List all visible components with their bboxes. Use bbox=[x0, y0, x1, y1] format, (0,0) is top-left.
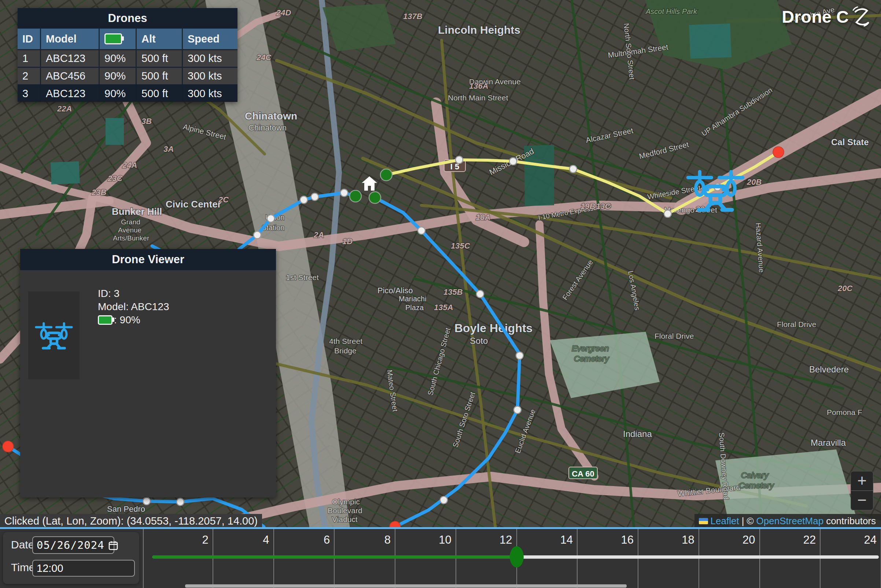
launch-marker[interactable] bbox=[350, 190, 361, 202]
map-label: San Pedro bbox=[107, 504, 145, 514]
waypoint-dot[interactable] bbox=[440, 496, 448, 504]
openstreetmap-link[interactable]: OpenStreetMap bbox=[757, 514, 824, 528]
datetime-panel: Date Time bbox=[3, 532, 139, 584]
time-input[interactable] bbox=[32, 560, 135, 577]
map-label: 19B bbox=[580, 202, 595, 211]
drones-panel-title: Drones bbox=[18, 8, 237, 28]
waypoint-dot[interactable] bbox=[253, 231, 261, 238]
waypoint-dot[interactable] bbox=[514, 406, 521, 414]
map-label: Ascot Hills Park bbox=[645, 8, 697, 15]
map-label: Viaduct bbox=[332, 515, 358, 524]
table-cell: 3 bbox=[18, 86, 40, 102]
table-row[interactable]: 3ABC12390%500 ft300 kts bbox=[18, 84, 237, 102]
map-label: 13C bbox=[596, 202, 611, 211]
hour-label: 8 bbox=[384, 533, 391, 547]
map-label: 135B bbox=[443, 287, 463, 297]
waypoint-dot[interactable] bbox=[476, 290, 484, 298]
zoom-in-button[interactable]: + bbox=[851, 471, 873, 491]
waypoint-dot[interactable] bbox=[340, 189, 348, 196]
map-label: 1st Street bbox=[286, 273, 319, 282]
table-cell: ABC123 bbox=[40, 50, 99, 67]
waypoint-dot[interactable] bbox=[455, 156, 463, 164]
date-input[interactable] bbox=[32, 536, 114, 554]
waypoint-dot[interactable] bbox=[300, 196, 307, 204]
table-row[interactable]: 1ABC12390%500 ft300 kts bbox=[18, 49, 237, 67]
drone-id-line: ID: 3 bbox=[98, 287, 169, 300]
ukraine-flag-icon bbox=[699, 518, 708, 524]
table-cell: 300 kts bbox=[182, 68, 237, 84]
app-logo-text: Drone C bbox=[782, 7, 849, 27]
map-label: 23B bbox=[91, 188, 106, 197]
map-label: Boulevard bbox=[328, 506, 363, 514]
table-cell: 90% bbox=[99, 50, 136, 67]
waypoint-dot[interactable] bbox=[267, 215, 274, 222]
table-cell: 300 kts bbox=[182, 50, 237, 67]
map-label: Grand bbox=[121, 218, 140, 226]
alert-marker[interactable] bbox=[773, 147, 784, 158]
map-label: Chinatown bbox=[245, 110, 297, 122]
map-label: Indiana bbox=[623, 429, 652, 439]
launch-marker[interactable] bbox=[369, 192, 381, 204]
alert-marker[interactable] bbox=[3, 441, 13, 452]
map-label: 23C bbox=[107, 174, 123, 183]
table-cell: ABC456 bbox=[40, 68, 99, 84]
map-label: Boyle Heights bbox=[454, 321, 532, 335]
hour-label: 2 bbox=[202, 533, 208, 547]
horizontal-scrollbar[interactable] bbox=[185, 584, 627, 588]
map-label: Cal State bbox=[831, 137, 869, 147]
map-label: Pico/Aliso bbox=[378, 286, 413, 295]
map-label: Chinatown bbox=[249, 123, 286, 132]
drone-battery-value: : 90% bbox=[114, 314, 140, 327]
map-label: Plaza bbox=[405, 303, 424, 312]
map-zoom-controls: + − bbox=[851, 471, 873, 510]
launch-marker[interactable] bbox=[381, 169, 392, 181]
col-id: ID bbox=[18, 28, 40, 49]
drones-panel: Drones ID Model Alt Speed 1ABC12390%500 … bbox=[18, 8, 237, 102]
map-label: 4th Street bbox=[329, 337, 363, 345]
svg-text:CA 60: CA 60 bbox=[572, 469, 595, 478]
waypoint-dot[interactable] bbox=[664, 210, 671, 218]
map-label: 22A bbox=[57, 104, 72, 113]
map-label: Evergreen bbox=[572, 344, 609, 353]
map-label: Maravilla bbox=[811, 438, 846, 448]
drone-info: ID: 3 Model: ABC123 : 90% bbox=[98, 287, 169, 327]
drone-battery-line: : 90% bbox=[98, 314, 169, 327]
map-label: Bunker Hill bbox=[112, 206, 162, 217]
timeline-slider-handle[interactable] bbox=[510, 546, 524, 567]
col-model: Model bbox=[40, 28, 99, 49]
table-cell: 90% bbox=[99, 86, 136, 102]
drone-viewer-panel: Drone Viewer ID: 3 Model: ABC123 : 90% {… bbox=[20, 249, 276, 498]
waypoint-dot[interactable] bbox=[569, 165, 577, 172]
table-row[interactable]: 2ABC45690%500 ft300 kts bbox=[18, 67, 237, 84]
waypoint-dot[interactable] bbox=[418, 227, 425, 234]
map-label: Avenue bbox=[118, 226, 141, 234]
hour-label: 4 bbox=[263, 533, 269, 547]
hour-label: 18 bbox=[682, 533, 694, 547]
table-cell: 2 bbox=[18, 68, 40, 84]
timeline-track-elapsed[interactable] bbox=[152, 555, 517, 559]
hour-label: 14 bbox=[560, 533, 573, 547]
battery-icon bbox=[105, 33, 122, 44]
timeline-track-remaining[interactable] bbox=[517, 555, 879, 559]
map-label: Floral Drive bbox=[777, 320, 816, 328]
drone-model-line: Model: ABC123 bbox=[98, 300, 169, 314]
waypoint-dot[interactable] bbox=[143, 498, 150, 505]
highway-shield: CA 60 bbox=[569, 467, 597, 479]
col-speed: Speed bbox=[182, 28, 237, 49]
hour-label: 6 bbox=[324, 533, 330, 547]
waypoint-dot[interactable] bbox=[311, 193, 318, 201]
waypoint-dot[interactable] bbox=[177, 498, 184, 506]
attribution-pipe: | bbox=[742, 514, 744, 528]
attribution-contributors: contributors bbox=[826, 514, 876, 528]
table-cell: 500 ft bbox=[136, 86, 182, 102]
leaflet-link[interactable]: Leaflet bbox=[710, 514, 739, 528]
timeline-section[interactable]: Date Time 24681012141618202224 bbox=[0, 529, 881, 588]
zoom-out-button[interactable]: − bbox=[851, 491, 873, 510]
map-label: Calvary bbox=[741, 471, 769, 480]
map-label: 24A bbox=[122, 160, 137, 170]
map-label: North Main Street bbox=[448, 93, 508, 102]
waypoint-dot[interactable] bbox=[516, 352, 523, 359]
panel-divider bbox=[143, 529, 144, 588]
waypoint-dot[interactable] bbox=[509, 158, 517, 165]
drones-table-body: 1ABC12390%500 ft300 kts2ABC45690%500 ft3… bbox=[18, 49, 237, 102]
